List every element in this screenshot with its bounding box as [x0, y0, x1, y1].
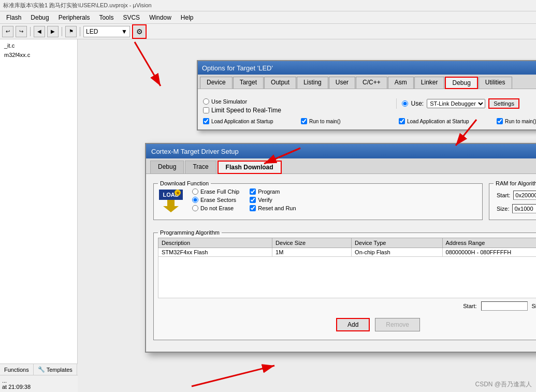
- ram-start-input[interactable]: [513, 191, 536, 200]
- opt-tab-utilities[interactable]: Utilities: [479, 77, 512, 89]
- cortex-tabs: Debug Trace Flash Download: [146, 158, 536, 174]
- tab-templates[interactable]: 🔧 Templates: [34, 364, 77, 375]
- sidebar: _it.c m32f4xx.c Functions 🔧 Templates ..…: [0, 39, 78, 392]
- settings-btn[interactable]: Settings: [488, 98, 519, 109]
- ram-size-input[interactable]: [512, 204, 536, 213]
- do-not-erase-radio[interactable]: Do not Erase: [192, 205, 239, 211]
- sidebar-item-it[interactable]: _it.c: [2, 41, 75, 50]
- svg-line-13: [135, 42, 161, 86]
- toolbar-sep-1: [30, 27, 31, 36]
- download-function-fieldset: Download Function LOAD: [153, 180, 483, 220]
- algo-table: Description Device Size Device Type Addr…: [158, 238, 536, 257]
- tab-functions[interactable]: Functions: [0, 364, 34, 375]
- arrow-add: [181, 355, 337, 392]
- opt-tab-linker[interactable]: Linker: [414, 77, 445, 89]
- svg-marker-3: [163, 206, 179, 212]
- download-function-legend: Download Function: [158, 180, 211, 186]
- debugger-select[interactable]: ST-Link Debugger: [427, 99, 485, 108]
- svg-line-11: [192, 366, 274, 386]
- opt-tab-device[interactable]: Device: [200, 77, 233, 89]
- cortex-dialog: Cortex-M Target Driver Setup ✕ Debug Tra…: [145, 143, 536, 353]
- toolbar-sep-2: [62, 27, 62, 36]
- ram-algorithm-legend: RAM for Algorithm: [494, 180, 536, 186]
- main-content: _it.c m32f4xx.c Functions 🔧 Templates ..…: [0, 39, 536, 392]
- options-dialog-titlebar: Options for Target 'LED' ✕: [198, 61, 536, 75]
- bottom-tabs: Functions 🔧 Templates: [0, 364, 78, 375]
- limit-speed-check[interactable]: [203, 107, 209, 113]
- menu-peripherals[interactable]: Peripherals: [54, 13, 94, 22]
- title-bar: 标准库版本\实验1 跑马灯实验\USER\LED.uvprojx - μVisi…: [0, 0, 536, 11]
- opt-tab-listing[interactable]: Listing: [297, 77, 328, 89]
- programming-algorithm-legend: Programming Algorithm: [158, 229, 222, 236]
- cortex-titlebar: Cortex-M Target Driver Setup ✕: [146, 144, 536, 158]
- debug-right: Use: ST-Link Debugger Settings: [396, 98, 537, 109]
- remove-button[interactable]: Remove: [375, 318, 420, 331]
- cortex-title: Cortex-M Target Driver Setup: [151, 148, 239, 155]
- opt-tab-output[interactable]: Output: [264, 77, 296, 89]
- opt-tab-target[interactable]: Target: [233, 77, 264, 89]
- toolbar-sep-3: [80, 27, 80, 36]
- cortex-flash-content: Download Function LOAD: [146, 174, 536, 352]
- svg-rect-2: [167, 200, 175, 206]
- menu-tools[interactable]: Tools: [95, 13, 118, 22]
- program-check[interactable]: Program: [250, 188, 296, 195]
- load-icon: LOAD ★: [158, 188, 184, 214]
- toolbar-btn-1[interactable]: ↩: [2, 26, 13, 37]
- debug-left: Use Simulator Limit Speed to Real-Time: [203, 98, 391, 114]
- menu-bar: Flash Debug Peripherals Tools SVCS Windo…: [0, 11, 536, 24]
- opt-tab-asm[interactable]: Asm: [388, 77, 414, 89]
- col-device-type: Device Type: [352, 238, 442, 248]
- options-tabs: Device Target Output Listing User C/C++ …: [198, 75, 536, 89]
- menu-window[interactable]: Window: [145, 13, 176, 22]
- menu-debug[interactable]: Debug: [26, 13, 53, 22]
- opt-tab-debug[interactable]: Debug: [445, 77, 477, 89]
- programming-algorithm-fieldset: Programming Algorithm Description Device…: [153, 229, 536, 340]
- arrow-toolbar: [104, 39, 207, 101]
- col-description: Description: [158, 238, 272, 248]
- bottom-panel: Functions 🔧 Templates ... at 21:09:38: [0, 364, 78, 392]
- ram-algorithm-fieldset: RAM for Algorithm Start: Size:: [489, 180, 536, 220]
- cortex-tab-debug[interactable]: Debug: [150, 161, 184, 173]
- toolbar-btn-4[interactable]: ▶: [47, 26, 59, 37]
- bottom-status: ... at 21:09:38: [0, 375, 78, 392]
- table-row[interactable]: STM32F4xx Flash 1M On-chip Flash 0800000…: [158, 248, 537, 257]
- opt-tab-user[interactable]: User: [329, 77, 355, 89]
- toolbar-btn-5[interactable]: ⚑: [65, 26, 77, 37]
- options-dialog: Options for Target 'LED' ✕ Device Target…: [197, 60, 536, 130]
- cortex-tab-flash[interactable]: Flash Download: [218, 161, 282, 174]
- content-area: Options for Target 'LED' ✕ Device Target…: [78, 39, 536, 392]
- algo-bottom: Start: Size:: [158, 298, 536, 314]
- erase-full-chip-radio[interactable]: Erase Full Chip: [192, 188, 239, 195]
- menu-flash[interactable]: Flash: [2, 13, 25, 22]
- load-svg: LOAD ★: [158, 188, 184, 214]
- menu-svcs[interactable]: SVCS: [119, 13, 144, 22]
- verify-check[interactable]: Verify: [250, 197, 296, 203]
- toolbar-btn-3[interactable]: ◀: [34, 26, 45, 37]
- cortex-tab-trace[interactable]: Trace: [185, 161, 216, 173]
- toolbar-btn-2[interactable]: ↪: [16, 26, 27, 37]
- algo-buttons: Add Remove: [158, 314, 536, 336]
- opt-tab-cc[interactable]: C/C++: [356, 77, 387, 89]
- reset-run-check[interactable]: Reset and Run: [250, 205, 296, 211]
- col-device-size: Device Size: [272, 238, 352, 248]
- watermark: CSDN @吾乃逢蒿人: [475, 380, 532, 389]
- algo-start-input[interactable]: [481, 301, 528, 311]
- erase-sectors-radio[interactable]: Erase Sectors: [192, 197, 239, 203]
- svg-text:★: ★: [176, 190, 180, 196]
- toolbar: ↩ ↪ ◀ ▶ ⚑ LED ▼ ⚙: [0, 24, 536, 39]
- algo-empty-area: [158, 257, 536, 298]
- target-dropdown[interactable]: LED ▼: [83, 26, 130, 37]
- options-dialog-title: Options for Target 'LED': [202, 64, 273, 72]
- sidebar-item-m32[interactable]: m32f4xx.c: [2, 51, 75, 59]
- target-options-icon[interactable]: ⚙: [132, 24, 147, 39]
- add-button[interactable]: Add: [336, 318, 370, 331]
- menu-help[interactable]: Help: [177, 13, 198, 22]
- use-simulator-radio[interactable]: Use Simulator: [203, 98, 391, 105]
- title-text: 标准库版本\实验1 跑马灯实验\USER\LED.uvprojx - μVisi…: [3, 2, 152, 9]
- options-content: Use Simulator Limit Speed to Real-Time U…: [198, 93, 536, 129]
- col-address-range: Address Range: [442, 238, 536, 248]
